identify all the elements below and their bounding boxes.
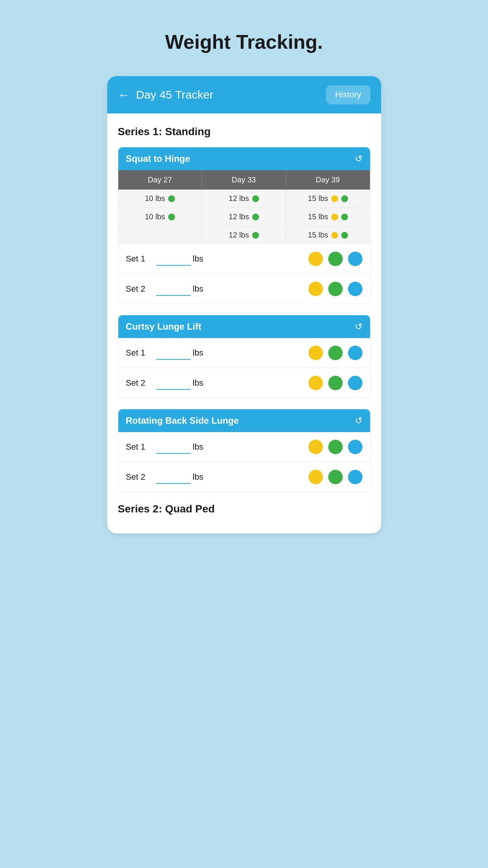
dot-yellow[interactable] [308,376,323,390]
dot-yellow[interactable] [308,346,323,360]
col-header-day39: Day 39 [286,170,370,190]
dot-blue[interactable] [348,346,362,360]
set-label-rotating-1: Set 1 [126,442,156,452]
dot-yellow [331,195,338,202]
history-cell: 10 lbs [118,208,202,226]
weight-input-set2[interactable] [156,282,191,296]
dot-group-curtsy-2 [308,376,362,390]
dot-yellow[interactable] [308,282,323,296]
history-col-day39: 15 lbs 15 lbs 15 lbs [286,190,370,244]
set-row-rotating-1: Set 1 lbs [118,432,370,462]
dot-green [341,195,348,202]
history-cell: 15 lbs [286,208,370,226]
exercise-name-rotating: Rotating Back Side Lunge [126,415,239,426]
dot-blue[interactable] [348,470,362,484]
dot-green [168,214,175,220]
dot-green [341,214,348,220]
dot-green[interactable] [328,376,343,390]
card-body: Series 1: Standing Squat to Hinge ↺ Day … [107,113,381,533]
dot-group-curtsy-1 [308,346,362,360]
set-row-rotating-2: Set 2 lbs [118,462,370,492]
dot-yellow [331,214,338,220]
dot-green [341,232,348,239]
dot-green[interactable] [328,346,343,360]
lbs-wrapper-1: lbs [156,252,301,266]
lbs-wrapper-curtsy-2: lbs [156,376,301,390]
set-row-curtsy-2: Set 2 lbs [118,368,370,398]
col-header-day33: Day 33 [202,170,286,190]
series-1-title: Series 1: Standing [118,126,370,138]
dot-green[interactable] [328,282,343,296]
exercise-name-curtsy: Curtsy Lunge Lift [126,321,202,332]
history-button[interactable]: History [326,85,370,104]
set-label-curtsy-2: Set 2 [126,378,156,388]
tracker-title: Day 45 Tracker [136,88,213,101]
lbs-label: lbs [193,442,203,452]
exercise-header-rotating: Rotating Back Side Lunge ↺ [118,409,370,432]
weight-input-rotating-set1[interactable] [156,440,191,454]
history-cell: 12 lbs [202,208,286,226]
history-icon-squat[interactable]: ↺ [355,153,362,164]
history-cell: 12 lbs [202,226,286,244]
exercise-header-squat: Squat to Hinge ↺ [118,147,370,170]
history-table-squat: Day 27 Day 33 Day 39 10 lbs 10 lbs — [118,170,370,244]
main-card: ← Day 45 Tracker History Series 1: Stand… [107,76,381,533]
weight-input-set1[interactable] [156,252,191,266]
lbs-wrapper-2: lbs [156,282,301,296]
exercise-block-rotating: Rotating Back Side Lunge ↺ Set 1 lbs Set… [118,409,370,492]
set-label-rotating-2: Set 2 [126,472,156,482]
dot-yellow[interactable] [308,440,323,454]
dot-green [252,214,259,220]
exercise-block-curtsy: Curtsy Lunge Lift ↺ Set 1 lbs Set 2 [118,315,370,398]
set-row-1: Set 1 lbs [118,244,370,274]
weight-input-curtsy-set1[interactable] [156,346,191,360]
history-icon-curtsy[interactable]: ↺ [355,321,362,332]
dot-group-set1 [308,252,362,266]
set-row-2: Set 2 lbs [118,274,370,304]
dot-yellow[interactable] [308,252,323,266]
set-label-curtsy-1: Set 1 [126,348,156,358]
page-title: Weight Tracking. [165,30,323,53]
dot-green [168,195,175,202]
back-button[interactable]: ← [118,88,130,102]
dot-blue[interactable] [348,252,362,266]
history-col-day33: 12 lbs 12 lbs 12 lbs [202,190,286,244]
exercise-name-squat: Squat to Hinge [126,153,190,164]
history-icon-rotating[interactable]: ↺ [355,415,362,426]
col-header-day27: Day 27 [118,170,202,190]
history-cell: 10 lbs [118,190,202,208]
set-label-1: Set 1 [126,254,156,264]
lbs-wrapper-curtsy-1: lbs [156,346,301,360]
dot-group-set2 [308,282,362,296]
history-cell: 12 lbs [202,190,286,208]
set-label-2: Set 2 [126,284,156,294]
exercise-block-squat: Squat to Hinge ↺ Day 27 Day 33 Day 39 10… [118,147,370,304]
dot-blue[interactable] [348,440,362,454]
dot-green [252,232,259,239]
lbs-label: lbs [193,378,203,388]
set-row-curtsy-1: Set 1 lbs [118,338,370,368]
history-col-day27: 10 lbs 10 lbs — [118,190,202,244]
history-cell: 15 lbs [286,226,370,244]
history-cell: 15 lbs [286,190,370,208]
dot-green[interactable] [328,440,343,454]
lbs-label: lbs [193,284,203,294]
weight-input-curtsy-set2[interactable] [156,376,191,390]
dot-group-rotating-1 [308,440,362,454]
dot-green[interactable] [328,470,343,484]
exercise-header-curtsy: Curtsy Lunge Lift ↺ [118,315,370,338]
dot-blue[interactable] [348,282,362,296]
dot-yellow [331,232,338,239]
lbs-wrapper-rotating-1: lbs [156,440,301,454]
dot-green [252,195,259,202]
dot-blue[interactable] [348,376,362,390]
dot-yellow[interactable] [308,470,323,484]
dot-group-rotating-2 [308,470,362,484]
dot-green[interactable] [328,252,343,266]
lbs-wrapper-rotating-2: lbs [156,470,301,484]
lbs-label: lbs [193,348,203,358]
weight-input-rotating-set2[interactable] [156,470,191,484]
header-left: ← Day 45 Tracker [118,88,213,102]
lbs-label: lbs [193,472,203,482]
series-2-title: Series 2: Quad Ped [118,503,370,521]
